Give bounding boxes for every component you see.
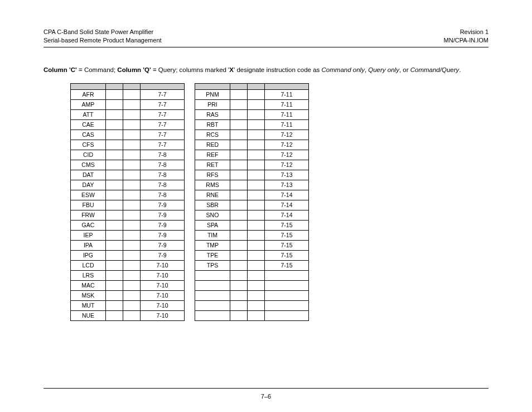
page: CPA C-Band Solid State Power Amplifier S…: [0, 0, 532, 412]
c-cell: [230, 290, 248, 300]
code-cell: ESW: [71, 190, 106, 200]
code-cell: MUT: [71, 300, 106, 310]
table-row: MUT7-10: [71, 300, 185, 310]
table-row: IEP7-9: [71, 230, 185, 240]
table-header-cell: [141, 83, 185, 89]
page-cell: 7-11: [265, 109, 309, 119]
tables-container: AFR7-7AMP7-7ATT7-7CAE7-7CAS7-7CFS7-7CID7…: [43, 83, 489, 321]
c-cell: [106, 290, 123, 300]
q-cell: [248, 240, 265, 250]
table-row: CID7-8: [71, 150, 185, 160]
page-cell: 7-15: [265, 260, 309, 270]
period: .: [459, 66, 461, 73]
table-row: GAC7-9: [71, 220, 185, 230]
code-cell: IEP: [71, 230, 106, 240]
code-cell: MAC: [71, 280, 106, 290]
c-cell: [230, 270, 248, 280]
page-cell: [265, 270, 309, 280]
q-cell: [248, 109, 265, 119]
q-cell: [123, 220, 141, 230]
c-cell: [230, 250, 248, 260]
table-row: PRI7-11: [195, 99, 309, 109]
codes-table-left: AFR7-7AMP7-7ATT7-7CAE7-7CAS7-7CFS7-7CID7…: [70, 83, 185, 321]
page-header: CPA C-Band Solid State Power Amplifier S…: [43, 28, 489, 47]
page-cell: 7-7: [141, 140, 185, 150]
table-row: CAS7-7: [71, 130, 185, 140]
q-cell: [248, 300, 265, 310]
table-header-cell: [106, 83, 123, 89]
code-cell: FBU: [71, 200, 106, 210]
table-row: TMP7-15: [195, 240, 309, 250]
table-row: CMS7-8: [71, 160, 185, 170]
table-row: DAY7-8: [71, 180, 185, 190]
page-cell: 7-10: [141, 260, 185, 270]
table-header-cell: [230, 83, 248, 89]
q-cell: [248, 180, 265, 190]
c-cell: [106, 119, 123, 130]
table-row: CFS7-7: [71, 140, 185, 150]
code-cell: ATT: [71, 109, 106, 119]
page-cell: 7-8: [141, 180, 185, 190]
c-cell: [106, 160, 123, 170]
q-cell: [123, 200, 141, 210]
table-row: IPG7-9: [71, 250, 185, 260]
c-cell: [106, 190, 123, 200]
code-cell: RET: [195, 160, 230, 170]
q-cell: [248, 310, 265, 320]
page-number: 7–6: [0, 393, 532, 400]
table-row: REF7-12: [195, 150, 309, 160]
c-cell: [106, 89, 123, 99]
page-cell: 7-12: [265, 140, 309, 150]
c-cell: [230, 130, 248, 140]
page-cell: 7-10: [141, 270, 185, 280]
code-cell: [195, 290, 230, 300]
q-cell: [248, 89, 265, 99]
column-c-label: Column 'C': [43, 66, 77, 73]
c-cell: [230, 99, 248, 109]
page-cell: 7-13: [265, 170, 309, 180]
code-cell: TIM: [195, 230, 230, 240]
table-header-cell: [71, 83, 106, 89]
table-header-cell: [248, 83, 265, 89]
q-cell: [123, 310, 141, 320]
code-cell: RMS: [195, 180, 230, 190]
table-row: [195, 280, 309, 290]
code-cell: AMP: [71, 99, 106, 109]
column-c-def: = Command;: [77, 66, 118, 73]
q-cell: [123, 240, 141, 250]
c-cell: [106, 140, 123, 150]
code-cell: AFR: [71, 89, 106, 99]
code-cell: SNO: [195, 210, 230, 220]
code-cell: DAY: [71, 180, 106, 190]
code-cell: RED: [195, 140, 230, 150]
q-cell: [123, 99, 141, 109]
page-cell: 7-12: [265, 130, 309, 140]
q-cell: [123, 160, 141, 170]
header-right-line2: MN/CPA-IN.IOM: [444, 37, 489, 44]
code-cell: FRW: [71, 210, 106, 220]
q-cell: [248, 140, 265, 150]
q-cell: [248, 230, 265, 240]
q-cell: [248, 290, 265, 300]
c-cell: [230, 119, 248, 130]
q-cell: [123, 109, 141, 119]
page-cell: 7-14: [265, 200, 309, 210]
table-row: SPA7-15: [195, 220, 309, 230]
page-cell: 7-15: [265, 220, 309, 230]
c-cell: [106, 230, 123, 240]
table-row: DAT7-8: [71, 170, 185, 180]
code-cell: CAE: [71, 119, 106, 130]
page-cell: [265, 280, 309, 290]
table-row: MAC7-10: [71, 280, 185, 290]
q-cell: [123, 119, 141, 130]
q-cell: [248, 150, 265, 160]
q-cell: [248, 119, 265, 130]
code-cell: [195, 280, 230, 290]
c-cell: [230, 280, 248, 290]
table-row: ATT7-7: [71, 109, 185, 119]
page-cell: 7-10: [141, 310, 185, 320]
page-cell: 7-15: [265, 230, 309, 240]
q-cell: [248, 170, 265, 180]
q-cell: [248, 160, 265, 170]
intro-paragraph: Column 'C' = Command; Column 'Q' = Query…: [43, 66, 489, 73]
